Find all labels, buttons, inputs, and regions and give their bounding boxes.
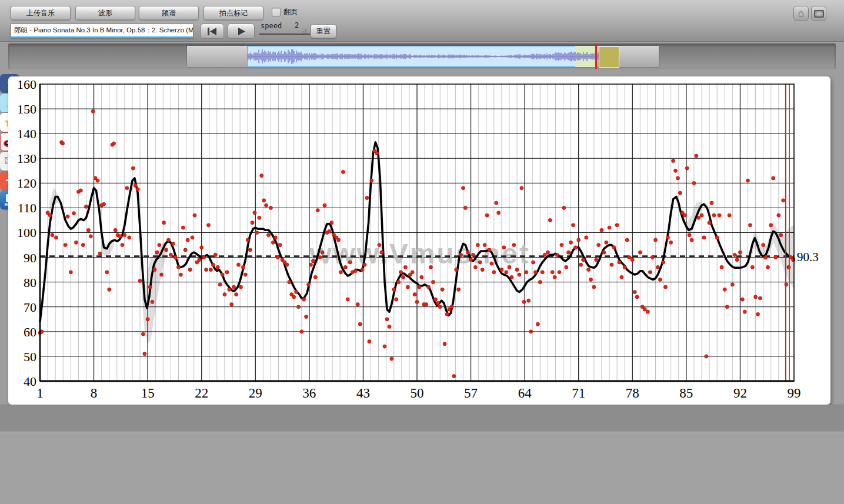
x-tick-label: 36 (302, 386, 316, 400)
y-tick-label: 70 (24, 300, 36, 315)
x-tick-label: 1 (36, 386, 44, 400)
tempo-chart[interactable]: www.Vmus.net4050607080901001101201301401… (8, 76, 830, 405)
y-tick-label: 120 (17, 176, 36, 191)
waveform-strip (8, 44, 836, 69)
home-icon: ⌂ (798, 8, 804, 19)
x-tick-label: 22 (195, 386, 208, 400)
x-tick-label: 57 (464, 386, 478, 400)
y-tick-label: 160 (17, 77, 36, 92)
prev-button[interactable] (201, 24, 224, 39)
speed-label: speed (261, 22, 282, 30)
y-tick-label: 80 (24, 275, 36, 290)
home-button[interactable]: ⌂ (793, 6, 809, 21)
speed-value: 2 (295, 21, 299, 29)
mean-tempo-label: 90.3 (797, 250, 819, 264)
x-tick-label: 85 (679, 386, 693, 400)
y-tick-label: 50 (24, 349, 36, 364)
x-tick-label: 71 (572, 386, 585, 400)
page-turn-checkbox[interactable] (272, 8, 281, 16)
x-tick-label: 78 (626, 386, 639, 400)
speed-reset-button[interactable]: 重置 (311, 24, 336, 38)
song-select-dropdown[interactable]: 郎朗 - Piano Sonata No.3 In B Minor, Op.58… (11, 24, 194, 38)
play-icon (236, 28, 246, 35)
page-turn-label: 翻页 (283, 8, 298, 16)
play-button[interactable] (228, 24, 255, 39)
fullscreen-button[interactable] (811, 6, 826, 21)
waveform-graphic (187, 46, 659, 67)
x-tick-label: 8 (91, 386, 98, 400)
waveform-playhead[interactable] (595, 44, 597, 69)
status-bar: Manually mark beat with key (A, S, D, F)… (0, 405, 844, 432)
tempo-chart-panel: www.Vmus.net4050607080901001101201301401… (8, 76, 830, 405)
waveform-zoom-box[interactable] (599, 46, 619, 68)
x-tick-label: 92 (733, 386, 747, 400)
y-tick-label: 90 (24, 251, 36, 265)
y-tick-label: 60 (24, 325, 36, 339)
x-tick-label: 64 (518, 386, 532, 400)
skip-back-icon (207, 28, 218, 35)
upload-music-button[interactable]: 上传音乐 (11, 6, 71, 20)
y-tick-label: 40 (24, 374, 36, 389)
x-tick-label: 99 (787, 386, 800, 400)
vmus-tempo-analysis-app: 上传音乐 波形 频谱 拍点标记 翻页 郎朗 - Piano Sonata No.… (0, 0, 844, 504)
y-tick-label: 130 (17, 151, 36, 166)
x-tick-label: 50 (410, 386, 423, 400)
y-tick-label: 110 (18, 201, 36, 215)
x-tick-label: 43 (356, 386, 370, 400)
y-tick-label: 150 (17, 102, 36, 116)
bottom-control-panel: 擦除 移动 删除 吸附 保存 载入 速度-力度 Default: 2.019(1… (0, 432, 844, 504)
y-tick-label: 140 (17, 126, 36, 141)
waveform-overview[interactable] (187, 46, 659, 67)
x-tick-label: 29 (249, 386, 262, 400)
fullscreen-icon (814, 10, 824, 18)
x-tick-label: 15 (141, 386, 155, 400)
waveform-button[interactable]: 波形 (75, 6, 135, 20)
spectrum-button[interactable]: 频谱 (139, 6, 199, 20)
y-tick-label: 100 (17, 225, 36, 240)
top-toolbar: 上传音乐 波形 频谱 拍点标记 翻页 郎朗 - Piano Sonata No.… (0, 0, 844, 42)
speed-slider-thumb[interactable] (302, 28, 311, 36)
beat-mark-button[interactable]: 拍点标记 (204, 6, 263, 20)
